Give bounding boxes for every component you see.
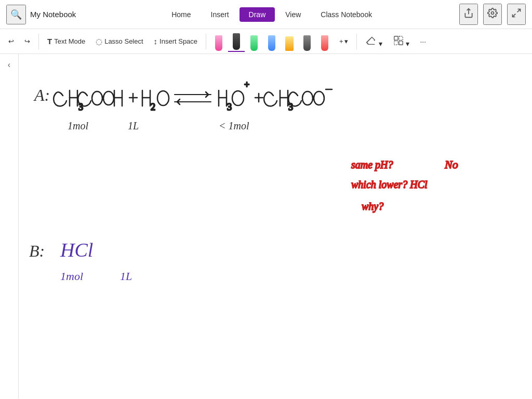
- lasso-select-icon: ◌: [96, 37, 102, 46]
- collapse-icon: [511, 10, 522, 20]
- svg-rect-5: [398, 36, 402, 40]
- draw-toolbar: ↩ ↪ T Text Mode ◌ Lasso Select ↕ Insert …: [0, 29, 532, 54]
- svg-line-2: [517, 9, 521, 12]
- share-icon: [463, 10, 474, 20]
- eraser-button[interactable]: ▾: [361, 32, 387, 50]
- svg-rect-4: [394, 36, 397, 40]
- pen-pink-shape: [215, 35, 222, 51]
- svg-text:1mol: 1mol: [68, 120, 88, 131]
- svg-text:No: No: [444, 158, 458, 171]
- pen-blue[interactable]: [263, 31, 280, 52]
- tab-view[interactable]: View: [276, 7, 310, 22]
- svg-point-24: [157, 91, 169, 105]
- settings-button[interactable]: [483, 4, 502, 25]
- text-mode-label: Text Mode: [54, 37, 85, 45]
- divider-3: [356, 34, 357, 49]
- more-button[interactable]: ···: [416, 35, 430, 48]
- svg-text:1L: 1L: [128, 120, 139, 131]
- insert-space-icon: ↕: [154, 37, 158, 46]
- svg-text:+: +: [244, 79, 249, 90]
- svg-text:1mol: 1mol: [60, 270, 83, 283]
- svg-text:1L: 1L: [120, 270, 132, 283]
- settings-icon: [487, 10, 498, 20]
- svg-text:HCl: HCl: [60, 239, 93, 261]
- pen-tools: [210, 31, 333, 52]
- add-pen-chevron: ▾: [344, 37, 348, 45]
- add-pen-button[interactable]: + ▾: [335, 35, 352, 48]
- search-button[interactable]: 🔍: [6, 5, 26, 24]
- text-mode-icon: T: [47, 37, 52, 46]
- selection-chevron: ▾: [406, 39, 409, 48]
- svg-point-1: [491, 12, 494, 15]
- share-button[interactable]: [459, 4, 478, 25]
- lasso-select-button[interactable]: ◌ Lasso Select: [91, 34, 147, 49]
- search-icon: 🔍: [10, 9, 22, 20]
- eraser-chevron: ▾: [379, 39, 382, 48]
- svg-point-37: [302, 91, 313, 105]
- tab-home[interactable]: Home: [162, 7, 200, 22]
- svg-rect-7: [398, 41, 402, 45]
- undo-button[interactable]: ↩: [4, 35, 18, 48]
- svg-text:A:: A:: [33, 86, 50, 104]
- handwriting-canvas: A: 3: [19, 54, 532, 399]
- more-icon: ···: [420, 37, 426, 46]
- undo-icon: ↩: [8, 37, 14, 45]
- pen-black-shape: [233, 33, 240, 50]
- svg-text:why?: why?: [362, 201, 383, 212]
- svg-point-14: [103, 91, 114, 105]
- redo-button[interactable]: ↪: [20, 35, 34, 48]
- tab-draw[interactable]: Draw: [240, 7, 275, 22]
- pen-yellow-shape: [285, 36, 294, 51]
- svg-line-3: [513, 14, 516, 17]
- svg-text:which lower? HCl: which lower? HCl: [351, 179, 428, 190]
- svg-text:< 1mol: < 1mol: [219, 120, 249, 131]
- selection-icon: [393, 39, 406, 48]
- main-area: ‹ A: 3: [0, 54, 532, 399]
- text-mode-button[interactable]: T Text Mode: [43, 34, 89, 48]
- redo-icon: ↪: [24, 37, 30, 45]
- svg-text:2: 2: [151, 102, 155, 112]
- svg-text:B:: B:: [29, 242, 45, 260]
- pen-black[interactable]: [228, 31, 245, 52]
- lasso-select-label: Lasso Select: [104, 37, 143, 45]
- insert-space-button[interactable]: ↕ Insert Space: [150, 34, 202, 48]
- canvas-area[interactable]: A: 3: [19, 54, 532, 399]
- pen-green[interactable]: [246, 31, 262, 52]
- tab-class-notebook[interactable]: Class Notebook: [311, 7, 381, 22]
- pen-pink[interactable]: [210, 31, 227, 52]
- collapse-button[interactable]: [507, 4, 526, 25]
- insert-space-label: Insert Space: [159, 37, 197, 45]
- svg-point-29: [232, 91, 244, 105]
- svg-point-38: [314, 91, 324, 105]
- tab-insert[interactable]: Insert: [202, 7, 238, 22]
- pen-yellow-highlighter[interactable]: [281, 31, 298, 52]
- nav-tabs: Home Insert Draw View Class Notebook: [88, 7, 455, 22]
- svg-text:3: 3: [227, 102, 232, 112]
- pen-green-shape: [250, 35, 258, 51]
- sidebar-toggle[interactable]: ‹: [0, 54, 19, 399]
- svg-text:same pH?: same pH?: [351, 159, 393, 171]
- svg-point-13: [92, 91, 102, 105]
- selection-button[interactable]: ▾: [389, 32, 414, 50]
- notebook-title: My Notebook: [30, 10, 76, 19]
- pen-dark[interactable]: [299, 31, 315, 52]
- divider-2: [206, 34, 206, 49]
- pen-dark-shape: [303, 35, 311, 51]
- pen-red-shape: [321, 35, 328, 51]
- add-pen-icon: +: [339, 37, 343, 45]
- svg-rect-6: [394, 41, 397, 45]
- divider-1: [38, 34, 39, 49]
- pen-red[interactable]: [316, 31, 333, 52]
- pen-blue-shape: [268, 35, 275, 51]
- eraser-icon: [365, 39, 379, 48]
- chevron-left-icon: ‹: [8, 60, 10, 70]
